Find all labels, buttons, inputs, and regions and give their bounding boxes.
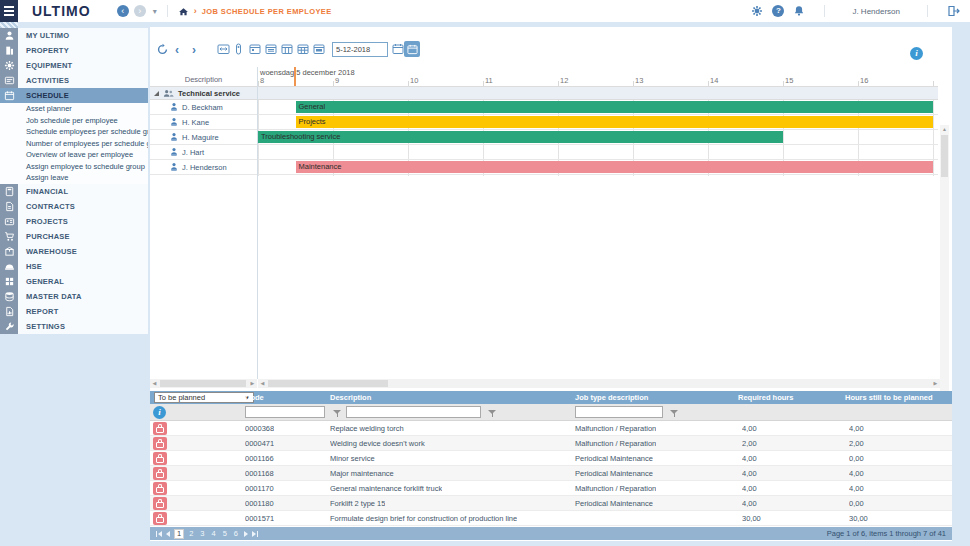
page-number-2[interactable]: 2 [187,529,195,538]
collapse-icon[interactable] [154,91,159,96]
sidebar-subitem-overview-of-leave-per-employee[interactable]: Overview of leave per employee [0,149,148,161]
user-menu[interactable]: J. Henderson [844,7,908,16]
sidebar-item-my-ultimo[interactable]: MY ULTIMO [0,28,148,43]
scrollbar-thumb[interactable] [268,380,388,387]
gantt-employee-row-d-beckham[interactable]: D. Beckham [150,100,257,115]
page-number-6[interactable]: 6 [232,529,240,538]
view-month-icon[interactable] [281,43,293,55]
gantt-timeline-row-j-henderson[interactable]: Maintenance [258,160,938,175]
refresh-icon[interactable] [156,43,169,56]
gantt-timeline-row-d-beckham[interactable]: General [258,100,938,115]
job-briefcase-icon[interactable] [153,467,167,480]
next-page-icon[interactable] [244,531,248,537]
next-day-icon[interactable]: › [192,43,196,57]
sidebar-item-equipment[interactable]: EQUIPMENT [0,58,148,73]
gantt-timeline-row-h-kane[interactable]: Projects [258,115,938,130]
table-row[interactable]: 0001168Major maintenancePeriodical Maint… [150,466,952,481]
calendar-range-icon[interactable] [217,43,230,55]
schedule-bar-general[interactable]: General [296,101,934,113]
sidebar-item-purchase[interactable]: PURCHASE [0,229,148,244]
sidebar-item-master-data[interactable]: MASTER DATA [0,289,148,304]
schedule-bar-troubleshooting-service[interactable]: Troubleshooting service [258,131,783,143]
page-number-1[interactable]: 1 [174,529,184,539]
info-icon[interactable] [910,47,923,60]
sidebar-item-schedule[interactable]: SCHEDULE [0,88,148,103]
table-row[interactable]: 0001166Minor servicePeriodical Maintenan… [150,451,952,466]
date-picker-icon[interactable] [392,43,404,55]
schedule-bar-maintenance[interactable]: Maintenance [296,161,934,173]
code-filter-input[interactable] [245,406,325,418]
scrollbar-thumb[interactable] [160,380,246,387]
scroll-right-icon[interactable]: ▶ [248,379,257,388]
table-row[interactable]: 0000368Replace welding torchMalfunction … [150,421,952,436]
home-icon[interactable] [178,6,189,17]
job-briefcase-icon[interactable] [153,422,167,435]
column-header-code[interactable]: Code [245,391,264,404]
gantt-timeline-row-j-hart[interactable] [258,145,938,160]
gantt-employee-row-h-maguire[interactable]: H. Maguire [150,130,257,145]
gantt-group-timeline-row[interactable] [258,86,938,100]
forward-icon[interactable]: › [134,5,146,17]
view-day-icon[interactable] [249,43,261,55]
gantt-vertical-scrollbar[interactable]: ▲ ▼ [940,125,949,418]
page-number-5[interactable]: 5 [221,529,229,538]
column-header-job-type[interactable]: Job type description [575,391,648,404]
sidebar-subitem-asset-planner[interactable]: Asset planner [0,103,148,115]
notifications-bell-icon[interactable] [793,5,805,17]
job-type-filter-input[interactable] [575,406,663,418]
gantt-group-row[interactable]: Technical service [150,86,257,100]
help-icon[interactable]: ? [772,5,784,17]
gantt-employee-row-j-henderson[interactable]: J. Henderson [150,160,257,175]
sidebar-subitem-assign-leave[interactable]: Assign leave [0,172,148,184]
page-number-4[interactable]: 4 [210,529,218,538]
schedule-bar-projects[interactable]: Projects [296,116,934,128]
job-briefcase-icon[interactable] [153,452,167,465]
first-page-icon[interactable] [156,531,162,537]
filter-funnel-icon[interactable] [488,409,497,419]
scrollbar-thumb[interactable] [941,135,948,177]
today-toggle-button[interactable] [404,41,420,57]
table-row[interactable]: 0001170General maintenance forklift truc… [150,481,952,496]
sidebar-item-contracts[interactable]: CONTRACTS [0,199,148,214]
page-number-3[interactable]: 3 [198,529,206,538]
last-page-icon[interactable] [252,531,258,537]
settings-gear-icon[interactable] [751,5,763,17]
menu-toggle-button[interactable] [0,0,18,22]
sidebar-item-financial[interactable]: FINANCIAL [0,184,148,199]
gantt-timeline-row-h-maguire[interactable]: Troubleshooting service [258,130,938,145]
sidebar-subitem-number-of-employees-per-schedule-group[interactable]: Number of employees per schedule group [0,138,148,150]
sidebar-item-projects[interactable]: PROJECTS [0,214,148,229]
table-row[interactable]: 0000471Welding device doesn't workMalfun… [150,436,952,451]
filter-funnel-icon[interactable] [670,409,679,419]
column-header-hours-to-plan[interactable]: Hours still to be planned [845,391,933,404]
sidebar-item-property[interactable]: PROPERTY [0,43,148,58]
planned-filter-select[interactable]: To be planned ▼ [154,392,254,403]
description-filter-input[interactable] [346,406,481,418]
scroll-right-icon[interactable]: ▶ [931,379,940,388]
sidebar-subitem-schedule-employees-per-schedule-group[interactable]: Schedule employees per schedule group [0,126,148,138]
back-icon[interactable]: ‹ [117,5,129,17]
timeline-horizontal-scrollbar[interactable]: ◀ ▶ [258,379,940,388]
scroll-left-icon[interactable]: ◀ [258,379,267,388]
job-briefcase-icon[interactable] [153,437,167,450]
sidebar-item-hse[interactable]: HSE [0,259,148,274]
logout-icon[interactable] [947,5,960,17]
column-header-description[interactable]: Description [330,391,371,404]
filter-funnel-icon[interactable] [333,409,342,419]
previous-day-icon[interactable]: ‹ [175,43,179,57]
gantt-employee-row-h-kane[interactable]: H. Kane [150,115,257,130]
zoom-fit-icon[interactable] [235,43,242,55]
view-quarter-icon[interactable] [297,43,309,55]
sidebar-item-general[interactable]: GENERAL [0,274,148,289]
view-year-icon[interactable] [313,43,325,55]
gantt-employee-row-j-hart[interactable]: J. Hart [150,145,257,160]
sidebar-item-report[interactable]: REPORT [0,304,148,319]
table-row[interactable]: 0001571Formulate design brief for constr… [150,511,952,526]
sidebar-item-warehouse[interactable]: WAREHOUSE [0,244,148,259]
view-week-icon[interactable] [265,43,277,55]
job-briefcase-icon[interactable] [153,512,167,525]
sidebar-item-settings[interactable]: SETTINGS [0,319,148,334]
date-input[interactable] [332,42,388,57]
scroll-left-icon[interactable]: ◀ [150,379,159,388]
job-briefcase-icon[interactable] [153,497,167,510]
